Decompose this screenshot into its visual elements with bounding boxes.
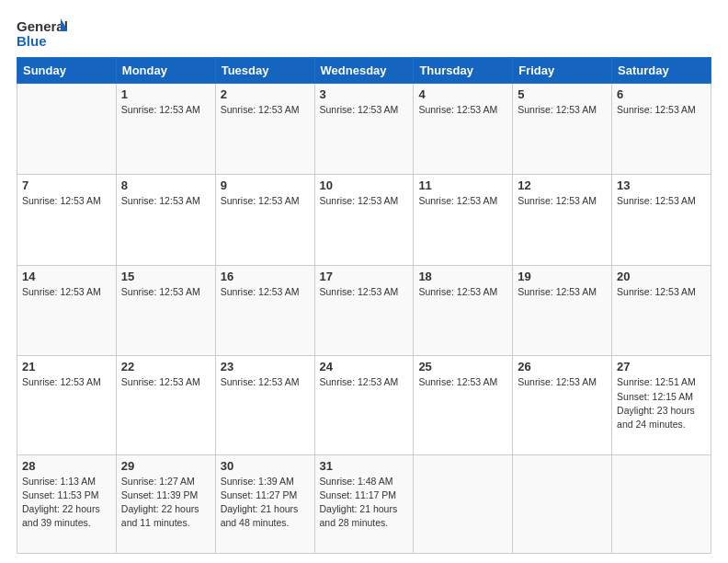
- cell-day-number: 11: [418, 178, 507, 192]
- table-row: 7Sunrise: 12:53 AM: [17, 174, 117, 265]
- cell-day-number: 25: [418, 360, 507, 373]
- cell-info-text: Sunrise: 12:53 AM: [320, 375, 409, 389]
- page: General Blue Sunday Monday Tuesday Wedne…: [0, 0, 728, 563]
- cell-day-number: 12: [518, 178, 607, 192]
- table-row: 27Sunrise: 12:51 AM Sunset: 12:15 AM Day…: [612, 356, 711, 454]
- table-row: [414, 454, 513, 553]
- cell-info-text: Sunrise: 12:53 AM: [518, 194, 607, 208]
- cell-day-number: 20: [617, 270, 706, 283]
- cell-info-text: Sunrise: 12:53 AM: [617, 194, 706, 208]
- col-sunday: Sunday: [17, 58, 117, 84]
- cell-info-text: Sunrise: 12:53 AM: [518, 103, 607, 117]
- cell-day-number: 1: [121, 87, 210, 101]
- table-row: 14Sunrise: 12:53 AM: [17, 265, 117, 356]
- cell-day-number: 27: [617, 360, 706, 373]
- table-row: 12Sunrise: 12:53 AM: [513, 174, 612, 265]
- table-row: 5Sunrise: 12:53 AM: [513, 84, 612, 175]
- cell-info-text: Sunrise: 12:53 AM: [617, 103, 706, 117]
- table-row: 4Sunrise: 12:53 AM: [414, 84, 513, 175]
- cell-day-number: 16: [221, 270, 310, 283]
- table-row: 10Sunrise: 12:53 AM: [314, 174, 414, 265]
- cell-day-number: 15: [121, 270, 210, 283]
- table-row: 11Sunrise: 12:53 AM: [414, 174, 513, 265]
- table-row: 18Sunrise: 12:53 AM: [414, 265, 513, 356]
- table-row: 19Sunrise: 12:53 AM: [513, 265, 612, 356]
- calendar-week-row: 28Sunrise: 1:13 AM Sunset: 11:53 PM Dayl…: [17, 454, 711, 553]
- cell-info-text: Sunrise: 12:51 AM Sunset: 12:15 AM Dayli…: [617, 375, 706, 431]
- logo: General Blue: [17, 17, 67, 52]
- cell-info-text: Sunrise: 12:53 AM: [418, 285, 507, 299]
- cell-day-number: 18: [418, 270, 507, 283]
- svg-text:Blue: Blue: [17, 33, 47, 49]
- col-tuesday: Tuesday: [215, 58, 314, 84]
- cell-info-text: Sunrise: 12:53 AM: [121, 375, 210, 389]
- cell-day-number: 4: [418, 87, 507, 101]
- cell-day-number: 31: [320, 459, 409, 473]
- cell-info-text: Sunrise: 12:53 AM: [221, 285, 310, 299]
- cell-info-text: Sunrise: 1:48 AM Sunset: 11:17 PM Daylig…: [320, 475, 409, 531]
- logo-svg: General Blue: [17, 17, 67, 52]
- cell-day-number: 5: [518, 87, 607, 101]
- cell-info-text: Sunrise: 12:53 AM: [320, 285, 409, 299]
- cell-day-number: 22: [121, 360, 210, 373]
- cell-info-text: Sunrise: 12:53 AM: [22, 285, 111, 299]
- calendar-week-row: 1Sunrise: 12:53 AM2Sunrise: 12:53 AM3Sun…: [17, 84, 711, 175]
- cell-info-text: Sunrise: 12:53 AM: [221, 103, 310, 117]
- cell-info-text: Sunrise: 12:53 AM: [617, 285, 706, 299]
- cell-info-text: Sunrise: 12:53 AM: [22, 375, 111, 389]
- cell-day-number: 10: [320, 178, 409, 192]
- table-row: 31Sunrise: 1:48 AM Sunset: 11:17 PM Dayl…: [314, 454, 414, 553]
- calendar-week-row: 21Sunrise: 12:53 AM22Sunrise: 12:53 AM23…: [17, 356, 711, 454]
- cell-day-number: 17: [320, 270, 409, 283]
- cell-day-number: 6: [617, 87, 706, 101]
- table-row: [17, 84, 117, 175]
- table-row: 2Sunrise: 12:53 AM: [215, 84, 314, 175]
- cell-day-number: 13: [617, 178, 706, 192]
- table-row: 1Sunrise: 12:53 AM: [116, 84, 215, 175]
- cell-info-text: Sunrise: 12:53 AM: [418, 194, 507, 208]
- cell-day-number: 26: [518, 360, 607, 373]
- table-row: 28Sunrise: 1:13 AM Sunset: 11:53 PM Dayl…: [17, 454, 117, 553]
- cell-info-text: Sunrise: 12:53 AM: [418, 375, 507, 389]
- cell-day-number: 30: [221, 459, 310, 473]
- svg-text:General: General: [17, 18, 67, 34]
- cell-day-number: 19: [518, 270, 607, 283]
- cell-day-number: 8: [121, 178, 210, 192]
- table-row: [612, 454, 711, 553]
- cell-info-text: Sunrise: 12:53 AM: [320, 194, 409, 208]
- cell-day-number: 9: [221, 178, 310, 192]
- table-row: [513, 454, 612, 553]
- cell-day-number: 29: [121, 459, 210, 473]
- table-row: 15Sunrise: 12:53 AM: [116, 265, 215, 356]
- cell-info-text: Sunrise: 12:53 AM: [121, 285, 210, 299]
- table-row: 6Sunrise: 12:53 AM: [612, 84, 711, 175]
- calendar-week-row: 7Sunrise: 12:53 AM8Sunrise: 12:53 AM9Sun…: [17, 174, 711, 265]
- header: General Blue: [17, 17, 711, 52]
- col-friday: Friday: [513, 58, 612, 84]
- cell-day-number: 28: [22, 459, 111, 473]
- table-row: 30Sunrise: 1:39 AM Sunset: 11:27 PM Dayl…: [215, 454, 314, 553]
- cell-info-text: Sunrise: 12:53 AM: [518, 375, 607, 389]
- cell-info-text: Sunrise: 12:53 AM: [121, 194, 210, 208]
- cell-info-text: Sunrise: 1:39 AM Sunset: 11:27 PM Daylig…: [221, 475, 310, 531]
- table-row: 23Sunrise: 12:53 AM: [215, 356, 314, 454]
- col-thursday: Thursday: [414, 58, 513, 84]
- table-row: 17Sunrise: 12:53 AM: [314, 265, 414, 356]
- col-saturday: Saturday: [612, 58, 711, 84]
- cell-info-text: Sunrise: 12:53 AM: [221, 375, 310, 389]
- cell-day-number: 23: [221, 360, 310, 373]
- table-row: 20Sunrise: 12:53 AM: [612, 265, 711, 356]
- cell-day-number: 2: [221, 87, 310, 101]
- table-row: 16Sunrise: 12:53 AM: [215, 265, 314, 356]
- cell-info-text: Sunrise: 12:53 AM: [320, 103, 409, 117]
- cell-info-text: Sunrise: 12:53 AM: [121, 103, 210, 117]
- cell-day-number: 14: [22, 270, 111, 283]
- cell-info-text: Sunrise: 1:27 AM Sunset: 11:39 PM Daylig…: [121, 475, 210, 531]
- table-row: 22Sunrise: 12:53 AM: [116, 356, 215, 454]
- cell-info-text: Sunrise: 12:53 AM: [518, 285, 607, 299]
- cell-info-text: Sunrise: 12:53 AM: [22, 194, 111, 208]
- col-monday: Monday: [116, 58, 215, 84]
- calendar-table: Sunday Monday Tuesday Wednesday Thursday…: [17, 57, 711, 554]
- calendar-header-row: Sunday Monday Tuesday Wednesday Thursday…: [17, 58, 711, 84]
- cell-info-text: Sunrise: 1:13 AM Sunset: 11:53 PM Daylig…: [22, 475, 111, 531]
